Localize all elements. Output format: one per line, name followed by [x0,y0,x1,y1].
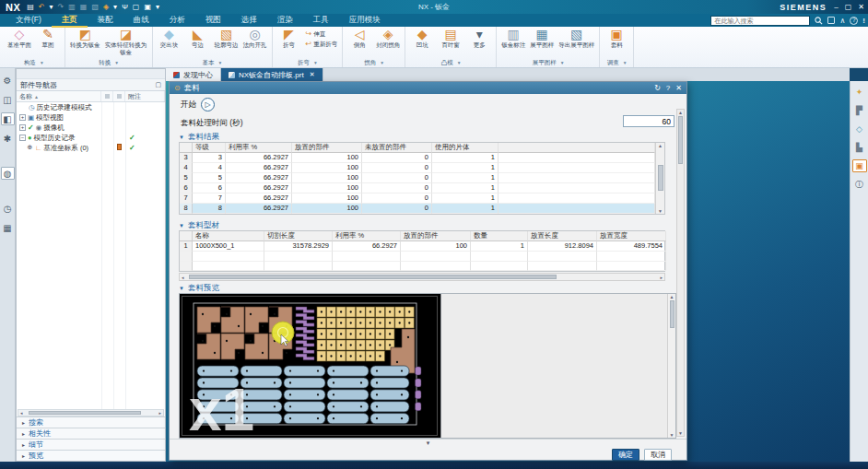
minimize-ribbon-icon[interactable]: ∧ [839,17,845,25]
ribbon-button-flat-pattern[interactable]: ▦展平图样 [529,28,555,49]
column-header[interactable]: 放置的部件 [401,231,471,241]
scroll-up-icon[interactable]: ▲ [678,110,683,115]
ribbon-group-label[interactable]: 展平图样▾ [500,58,595,67]
results-row[interactable]: 8866.292710001 [180,204,655,214]
tree-row[interactable]: ◷历史记录建模模式 [17,102,165,112]
preview-vscrollbar[interactable]: ▲ ▼ [667,294,675,438]
ribbon-group-label[interactable]: 调查▾ [604,58,629,67]
dialog-titlebar[interactable]: ⊙ 套料 ↻ ? ✕ [170,82,686,94]
ribbon-group-label[interactable]: 折弯▾ [276,58,339,67]
gear-icon[interactable]: ⚙ [1,74,15,87]
hscroll-thumb[interactable] [29,411,141,415]
command-search-input[interactable] [710,16,810,26]
doc-tab[interactable]: NX钣金自动排板.prt✕ [221,68,323,81]
column-header[interactable]: 数量 [471,231,528,241]
ribbon-group-label[interactable]: 构造▾ [6,58,61,67]
tree-row[interactable]: ⊕∟基准坐标系 (0)✓ [17,143,165,153]
scroll-down-icon[interactable]: ▼ [670,432,674,438]
menu-item-[interactable]: 曲线 [123,13,159,28]
ribbon-group-label[interactable]: 转换▾ [69,58,148,67]
column-header[interactable]: 利用率 % [226,143,292,153]
ribbon-button-closed-corner[interactable]: ◈封闭拐角 [375,28,401,49]
close-button[interactable]: ✕ [858,3,864,11]
restore-button[interactable]: ▢ [845,3,852,11]
results-row[interactable]: 4466.292710001 [180,163,655,173]
scroll-left-icon[interactable]: ◂ [18,410,25,416]
redo-icon[interactable]: ↷ [58,0,65,14]
scroll-right-icon[interactable]: ▸ [157,410,163,416]
column-status-icon[interactable] [101,91,113,101]
column-quantity-icon[interactable] [113,91,125,101]
ribbon-button-sheetmetal-callout[interactable]: ▥钣金标注 [500,28,526,49]
column-name[interactable]: 名称 ▲ [17,91,101,101]
info-icon[interactable]: ⓘ [852,178,867,191]
column-header[interactable]: 放置宽度 [597,231,666,241]
minimize-button[interactable]: – [834,3,838,11]
column-header[interactable] [180,231,193,241]
start-play-button[interactable]: ▷ [201,98,215,111]
expander-icon[interactable]: ⊕ [27,145,33,151]
ribbon-group-label[interactable]: 拐角▾ [346,58,401,67]
column-header[interactable]: 未放置的部件 [362,143,432,153]
chevron-down-icon[interactable]: ▾ [41,60,43,65]
titlebar[interactable]: NX ▤↶▾↷▥▦▧◈▾Ψ▢▣▾ NX - 钣金 SIEMENS – ▢ ✕ [0,0,868,14]
menu-item-[interactable]: 选择 [231,13,267,28]
chevron-down-icon[interactable]: ▾ [561,60,564,65]
stock-row[interactable] [180,262,666,272]
navigator-section-相关性[interactable]: ▸相关性 [17,428,165,439]
search-icon[interactable] [815,17,823,25]
menu-item-[interactable]: 装配 [88,13,123,28]
doc-tab[interactable]: 发现中心 [166,68,221,81]
ribbon-button-nesting[interactable]: ▣套料 [604,28,629,49]
swap-window-icon[interactable]: ▢ [133,0,140,14]
window-cascade-icon[interactable]: ▣ [144,0,151,14]
column-header[interactable]: 利用率 % [333,231,401,241]
column-header[interactable] [180,143,193,153]
navigator-hscrollbar[interactable]: ◂ ▸ [18,409,164,416]
ribbon-button-chamfer[interactable]: ◁倒角 [346,28,372,49]
results-row[interactable]: 3366.292710001 [180,153,655,163]
column-header[interactable]: 名称 [193,231,264,241]
tree-row[interactable]: +▣模型视图 [17,112,165,123]
ribbon-button-normal-cutout[interactable]: ◎法向开孔 [242,28,268,49]
vscroll-thumb[interactable] [658,165,663,191]
ribbon-button-more[interactable]: ▾更多 [466,28,492,49]
copy-icon[interactable]: ▦ [80,0,88,14]
color-palette-icon[interactable]: ◈ [103,0,109,14]
part-navigator-icon[interactable]: ◧ [1,112,15,125]
export-flat-pattern-icon[interactable]: ▛ [852,104,867,117]
results-row[interactable]: 7766.292710001 [180,193,655,204]
expander-icon[interactable]: − [19,135,26,141]
undo-icon[interactable]: ↶ [39,0,45,14]
window-menu-icon[interactable]: ▾ [156,0,159,14]
ribbon-button-unbend[interactable]: ↪伸直 [305,29,339,38]
collapse-chevron-icon[interactable]: ▾ [170,440,686,447]
ribbon-button-louver[interactable]: ▤百叶窗 [438,28,463,49]
menu-item-[interactable]: 视图 [195,13,231,28]
dialog-help-icon[interactable]: ? [666,84,670,92]
results-row[interactable]: 5566.292710001 [180,173,655,183]
sparkle-icon[interactable]: ✦ [852,86,867,99]
column-header[interactable] [499,143,655,153]
chevron-down-icon[interactable]: ▾ [624,60,627,65]
alert-icon[interactable]: ! [862,17,865,25]
datum-icon[interactable]: ◇ [852,123,867,135]
scroll-left-icon[interactable]: ◂ [180,275,186,280]
ribbon-button-bend[interactable]: ◤折弯 [276,28,302,49]
chevron-down-icon[interactable]: ▾ [458,60,461,65]
fullscreen-icon[interactable] [827,17,835,24]
column-header[interactable]: 放置长度 [528,231,597,241]
vscroll-thumb[interactable] [670,300,674,328]
column-header[interactable]: 使用的片体 [432,143,499,153]
navigator-section-细节[interactable]: ▸细节 [17,439,165,450]
chevron-down-icon[interactable]: ▾ [115,60,118,65]
ribbon-group-label[interactable]: 凸模▾ [409,58,492,67]
dialog-close-icon[interactable]: ✕ [675,84,682,92]
cut-icon[interactable]: ▥ [68,0,76,14]
menu-item-[interactable]: 主页 [52,13,88,28]
results-vscrollbar[interactable]: ▲ ▼ [655,143,664,214]
roles-icon[interactable]: ▦ [1,221,15,234]
ok-button[interactable]: 确定 [612,449,639,461]
tab-close-icon[interactable]: ✕ [310,71,315,78]
expander-icon[interactable]: + [19,114,26,121]
